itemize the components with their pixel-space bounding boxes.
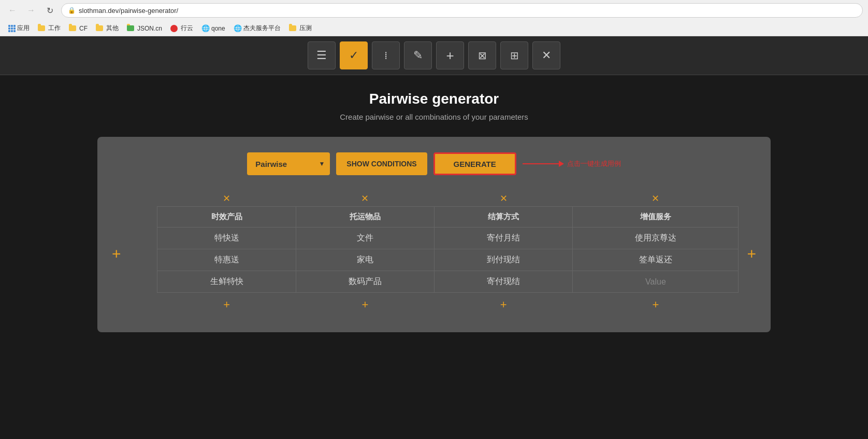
- plus-icon: +: [446, 48, 454, 64]
- toolbar-close-btn[interactable]: ✕: [532, 41, 560, 69]
- cell-2-1: 特惠送: [157, 249, 296, 271]
- toolbar-subtract-btn[interactable]: ⊠: [468, 41, 496, 69]
- cell-1-4: 使用京尊达: [573, 228, 739, 249]
- cell-1-3: 寄付月结: [435, 228, 573, 249]
- toolbar-edit-btn[interactable]: ✎: [404, 41, 432, 69]
- controls-row: Pairwise All combinations SHOW CONDITION…: [108, 152, 760, 175]
- cell-3-3: 寄付现结: [435, 271, 573, 293]
- add-row-cell-4: +: [573, 293, 739, 317]
- bookmark-jiefu[interactable]: 🌐 杰夫服务平台: [230, 23, 284, 34]
- pairwise-select[interactable]: Pairwise All combinations: [247, 152, 330, 175]
- toolbar-add-btn[interactable]: +: [436, 41, 464, 69]
- cell-3-2: 数码产品: [296, 271, 434, 293]
- reload-button[interactable]: ↻: [42, 3, 57, 18]
- delete-column-1-button[interactable]: ✕: [223, 193, 230, 204]
- toolbar-grid-btn[interactable]: ⊞: [500, 41, 528, 69]
- bookmark-qone-label: qone: [211, 25, 225, 32]
- value-placeholder: Value: [645, 277, 666, 286]
- delete-columns-row: ✕ ✕ ✕ ✕: [129, 191, 739, 207]
- table-row: 特惠送 家电 到付现结 签单返还: [129, 249, 739, 271]
- row-actions-header: [129, 207, 157, 228]
- add-row-col4-button[interactable]: +: [652, 298, 659, 311]
- url-text: slothman.dev/pairwise-generator/: [79, 7, 178, 15]
- folder-icon: [69, 25, 76, 31]
- delete-column-3-button[interactable]: ✕: [500, 193, 508, 204]
- add-row-col3-button[interactable]: +: [500, 298, 507, 311]
- table-wrapper: + ✕ ✕ ✕: [108, 191, 760, 317]
- empty-add-cell: [129, 293, 157, 317]
- app-toolbar: ☰ ✓ ⁞ ✎ + ⊠ ⊞ ✕: [0, 36, 868, 75]
- bookmark-json[interactable]: JSON.cn: [124, 24, 165, 33]
- list-icon: ☰: [316, 49, 327, 62]
- globe-icon: 🌐: [201, 24, 210, 32]
- bookmark-jiefu-label: 杰夫服务平台: [243, 24, 281, 33]
- bookmark-other-label: 其他: [106, 24, 119, 33]
- bookmark-other[interactable]: 其他: [93, 23, 122, 34]
- add-column-right-button[interactable]: +: [743, 241, 760, 267]
- check-icon: ✓: [349, 49, 358, 62]
- cell-3-1: 生鲜特快: [157, 271, 296, 293]
- cell-2-3: 到付现结: [435, 249, 573, 271]
- bookmark-cf-label: CF: [79, 25, 88, 32]
- delete-col-3-cell: ✕: [435, 191, 573, 207]
- row-delete-cell: [129, 271, 157, 293]
- col-header-2: 托运物品: [296, 207, 434, 228]
- parameters-table: ✕ ✕ ✕ ✕ 时效产品: [129, 191, 739, 317]
- lock-icon: 🔒: [68, 7, 76, 14]
- table-row: 特快送 文件 寄付月结 使用京尊达: [129, 228, 739, 249]
- table-row: 生鲜特快 数码产品 寄付现结 Value: [129, 271, 739, 293]
- add-row-cell-1: +: [157, 293, 296, 317]
- dice-icon: ⁞: [384, 49, 387, 62]
- page-subtitle: Create pairwise or all combinations of y…: [340, 112, 528, 121]
- toolbar-list-btn[interactable]: ☰: [308, 41, 336, 69]
- globe-icon: 🌐: [234, 24, 242, 32]
- cell-1-1: 特快送: [157, 228, 296, 249]
- col-header-4: 增值服务: [573, 207, 739, 228]
- add-row-col2-button[interactable]: +: [361, 298, 368, 311]
- bookmark-yauce-label: 压测: [299, 24, 312, 33]
- col-header-1: 时效产品: [157, 207, 296, 228]
- cell-2-2: 家电: [296, 249, 434, 271]
- back-button[interactable]: ←: [5, 3, 20, 18]
- xingyun-icon: [170, 25, 178, 32]
- column-headers-row: 时效产品 托运物品 结算方式 增值服务: [129, 207, 739, 228]
- bookmark-apps-label: 应用: [17, 24, 30, 33]
- grid-icon: ⊞: [510, 49, 519, 62]
- folder-icon: [289, 25, 296, 31]
- bookmark-xingyun[interactable]: 行云: [167, 23, 196, 34]
- row-delete-cell: [129, 249, 157, 271]
- show-conditions-button[interactable]: SHOW CONDITIONS: [336, 152, 427, 175]
- address-bar[interactable]: 🔒 slothman.dev/pairwise-generator/: [61, 3, 863, 18]
- apps-icon: [8, 25, 16, 32]
- bookmark-yauce[interactable]: 压测: [286, 23, 315, 34]
- delete-column-4-button[interactable]: ✕: [652, 193, 659, 204]
- toolbar-check-btn[interactable]: ✓: [340, 41, 368, 69]
- bookmark-work-label: 工作: [48, 24, 61, 33]
- folder-icon: [38, 25, 45, 31]
- bookmark-work[interactable]: 工作: [35, 23, 64, 34]
- annotation-arrow: 点击一键生成用例: [523, 159, 621, 168]
- empty-cell: [129, 191, 157, 207]
- delete-col-1-cell: ✕: [157, 191, 296, 207]
- bookmark-apps[interactable]: 应用: [5, 23, 33, 34]
- col-header-3: 结算方式: [435, 207, 573, 228]
- add-column-left-button[interactable]: +: [108, 241, 125, 267]
- browser-chrome: ← → ↻ 🔒 slothman.dev/pairwise-generator/…: [0, 0, 868, 36]
- toolbar-dice-btn[interactable]: ⁞: [372, 41, 400, 69]
- add-row-col1-button[interactable]: +: [223, 298, 230, 311]
- generate-button[interactable]: GENERATE: [433, 152, 516, 175]
- close-icon: ✕: [542, 49, 551, 62]
- delete-column-2-button[interactable]: ✕: [361, 193, 369, 204]
- folder-icon: [127, 25, 134, 31]
- add-row-cell-3: +: [435, 293, 573, 317]
- bookmark-qone[interactable]: 🌐 qone: [198, 23, 228, 33]
- bookmark-xingyun-label: 行云: [181, 24, 193, 33]
- forward-button[interactable]: →: [24, 3, 38, 18]
- add-row-row: + + + +: [129, 293, 739, 317]
- delete-col-4-cell: ✕: [573, 191, 739, 207]
- pairwise-select-wrapper: Pairwise All combinations: [247, 152, 330, 175]
- edit-icon: ✎: [413, 49, 423, 62]
- generator-container: Pairwise All combinations SHOW CONDITION…: [97, 137, 771, 332]
- bookmark-cf[interactable]: CF: [66, 24, 91, 33]
- cell-3-4: Value: [573, 271, 739, 293]
